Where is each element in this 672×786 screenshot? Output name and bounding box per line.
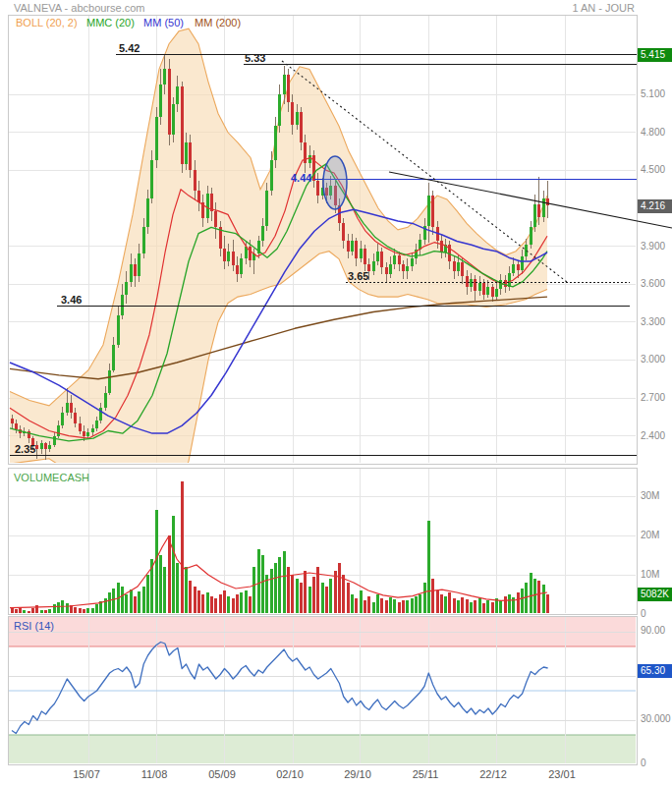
volume-bar	[530, 573, 532, 614]
volume-bar	[227, 596, 230, 614]
volume-bar	[138, 591, 140, 614]
candle-up	[61, 413, 64, 425]
volume-bar	[440, 594, 443, 614]
candle-up	[270, 160, 273, 191]
candle-down	[342, 223, 345, 241]
candle-up	[542, 198, 545, 217]
volume-bar	[423, 583, 426, 614]
date-axis-label: 25/11	[413, 768, 439, 780]
candle-down	[291, 102, 294, 125]
volume-bar	[206, 592, 209, 614]
candle-down	[223, 249, 226, 261]
candle-down	[385, 267, 388, 273]
volume-bar	[508, 594, 511, 614]
volume-bar	[504, 596, 507, 614]
volume-bar	[360, 590, 363, 614]
candle-up	[376, 252, 379, 261]
volume-bar	[329, 579, 332, 614]
candle-up	[104, 393, 107, 408]
candle-up	[66, 403, 69, 413]
level-label-3.46: 3.46	[61, 294, 82, 306]
volume-bar	[342, 575, 345, 614]
volume-bar	[189, 581, 192, 614]
rsi-oversold-zone	[8, 735, 637, 764]
candle-down	[517, 264, 520, 270]
volume-bar	[125, 594, 128, 614]
level-label-5.33: 5.33	[245, 52, 265, 64]
candle-up	[121, 295, 124, 316]
volume-bar	[74, 607, 77, 614]
legend-item-boll: BOLL (20, 2)	[16, 17, 78, 28]
candle-up	[108, 370, 111, 393]
volume-bar	[112, 589, 115, 614]
rsi-panel-content	[8, 616, 637, 764]
price-axis-tick: 3.900	[641, 241, 665, 252]
candle-down	[134, 264, 137, 277]
volume-bar	[240, 592, 243, 614]
candle-down	[355, 241, 358, 258]
candle-up	[163, 69, 166, 84]
candle-up	[112, 345, 115, 370]
volume-bar	[176, 563, 179, 614]
candle-up	[159, 84, 162, 117]
candle-down	[28, 431, 30, 439]
stock-chart-plot[interactable]	[0, 0, 672, 786]
volume-bar	[121, 587, 124, 614]
volume-bar	[351, 594, 354, 614]
date-axis-label: 11/08	[141, 768, 168, 780]
volume-bar	[70, 605, 73, 614]
volume-bar	[517, 592, 520, 614]
candle-down	[402, 264, 405, 272]
candle-up	[486, 287, 489, 295]
candle-down	[35, 445, 38, 449]
level-label-3.65: 3.65	[348, 270, 368, 282]
volume-bar	[257, 549, 260, 614]
legend-item-mm: MM (200)	[195, 17, 241, 28]
candle-up	[372, 261, 375, 271]
volume-bar	[321, 583, 324, 614]
volume-bar	[304, 571, 307, 614]
volume-bar	[236, 594, 239, 614]
candle-up	[530, 227, 532, 245]
volume-bar	[466, 599, 469, 614]
candle-up	[240, 258, 243, 273]
volume-bar	[347, 583, 350, 614]
volume-bar	[53, 604, 56, 614]
candle-up	[278, 94, 281, 126]
volume-bar	[181, 481, 184, 614]
candle-down	[83, 431, 85, 436]
volume-bar	[389, 597, 392, 614]
candle-down	[398, 255, 401, 264]
volume-bar	[249, 596, 252, 614]
volume-bar	[300, 583, 303, 614]
volume-axis-tick: 10M	[641, 569, 659, 580]
volume-bar	[312, 577, 315, 614]
volume-bar	[474, 600, 476, 614]
candle-down	[546, 198, 549, 206]
candle-down	[482, 283, 485, 295]
candle-up	[206, 194, 209, 219]
candle-down	[440, 241, 443, 253]
volume-bar	[491, 602, 494, 614]
candle-up	[48, 445, 51, 449]
candle-down	[537, 204, 540, 217]
volume-bar	[444, 596, 447, 614]
highlight-ellipse	[323, 156, 347, 209]
volume-bar	[296, 579, 299, 614]
rsi-axis-tick: 90.00	[641, 625, 665, 636]
volume-axis-tick: 0	[641, 608, 646, 619]
candle-down	[194, 170, 196, 191]
volume-axis-tick: 20M	[641, 530, 659, 540]
candle-up	[57, 425, 60, 435]
candle-up	[130, 264, 133, 282]
volume-bar	[427, 521, 430, 614]
candle-up	[406, 266, 409, 271]
candle-down	[380, 252, 383, 268]
candle-up	[478, 283, 481, 291]
volume-bar	[168, 535, 171, 614]
volume-bar	[364, 600, 366, 614]
candle-up	[40, 443, 43, 448]
candle-up	[508, 273, 511, 287]
date-axis-label: 22/12	[479, 768, 507, 780]
volume-bar	[406, 600, 409, 614]
